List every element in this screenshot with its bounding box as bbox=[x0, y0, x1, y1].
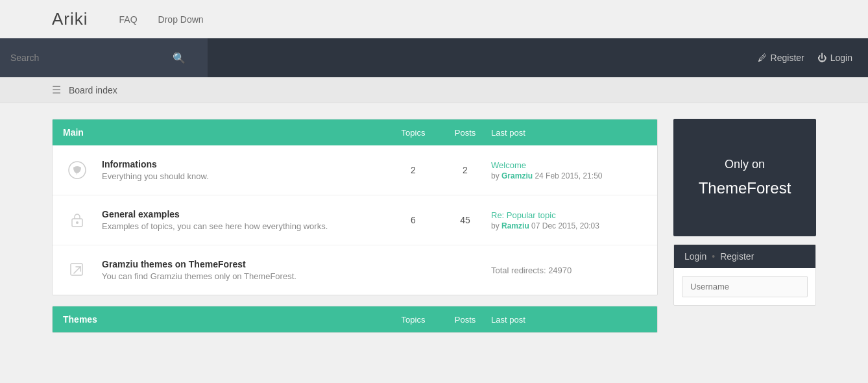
breadcrumb: Board index bbox=[69, 85, 117, 95]
main-section-table: Main Topics Posts Last post Informations… bbox=[52, 119, 658, 295]
last-post-author[interactable]: Ramziu bbox=[501, 221, 529, 230]
topics-col-header: Topics bbox=[387, 128, 439, 138]
breadcrumb-bar: ☰ Board index bbox=[0, 77, 868, 103]
sidebar-login-body bbox=[674, 268, 815, 305]
hamburger-icon[interactable]: ☰ bbox=[52, 84, 61, 96]
forum-icon-lock bbox=[63, 206, 91, 234]
forum-icon-chat bbox=[63, 156, 91, 184]
themes-last-col: Last post bbox=[491, 315, 647, 325]
last-post-meta: by Gramziu 24 Feb 2015, 21:50 bbox=[491, 171, 647, 180]
site-logo: Ariki bbox=[52, 9, 88, 29]
search-icon: 🔍 bbox=[173, 52, 186, 64]
promo-line2: ThemeForest bbox=[686, 179, 803, 197]
sidebar-login-link[interactable]: Login bbox=[684, 251, 706, 262]
topics-count: 6 bbox=[387, 215, 439, 225]
forum-section: Main Topics Posts Last post Informations… bbox=[52, 119, 658, 343]
last-post-cell: Re: Popular topic by Ramziu 07 Dec 2015,… bbox=[491, 210, 647, 230]
nav-link-dropdown[interactable]: Drop Down bbox=[158, 14, 204, 25]
forum-desc: You can find Gramziu themes only on Them… bbox=[102, 271, 387, 281]
forum-title[interactable]: General examples bbox=[102, 209, 387, 219]
power-icon: ⏻ bbox=[817, 53, 826, 63]
themes-posts-col: Posts bbox=[439, 315, 491, 325]
username-field[interactable] bbox=[682, 276, 808, 297]
themes-section-title: Themes bbox=[63, 314, 387, 325]
last-post-link[interactable]: Re: Popular topic bbox=[491, 210, 556, 220]
sidebar: Only on ThemeForest Login • Register bbox=[673, 119, 816, 306]
main-section-header: Main Topics Posts Last post bbox=[53, 119, 657, 145]
table-row: General examples Examples of topics, you… bbox=[53, 195, 657, 245]
forum-title[interactable]: Informations bbox=[102, 159, 387, 169]
forum-title[interactable]: Gramziu themes on ThemeForest bbox=[102, 259, 387, 269]
login-button[interactable]: ⏻ Login bbox=[817, 53, 852, 63]
last-post-link[interactable]: Welcome bbox=[491, 160, 526, 170]
svg-point-2 bbox=[76, 221, 78, 224]
register-icon: 🖉 bbox=[758, 53, 767, 63]
content-area: Main Topics Posts Last post Informations… bbox=[0, 103, 868, 359]
last-post-cell: Welcome by Gramziu 24 Feb 2015, 21:50 bbox=[491, 160, 647, 180]
sidebar-login-header: Login • Register bbox=[674, 245, 815, 268]
main-section-title: Main bbox=[63, 127, 387, 138]
search-wrapper: 🔍 bbox=[0, 38, 208, 77]
forum-info: Gramziu themes on ThemeForest You can fi… bbox=[102, 259, 387, 281]
forum-info: General examples Examples of topics, you… bbox=[102, 209, 387, 231]
auth-buttons: 🖉 Register ⏻ Login bbox=[742, 38, 868, 77]
posts-count: 45 bbox=[439, 215, 491, 225]
posts-col-header: Posts bbox=[439, 128, 491, 138]
top-nav: Ariki FAQ Drop Down bbox=[0, 0, 868, 38]
table-row: Informations Everything you should know.… bbox=[53, 145, 657, 195]
search-input[interactable] bbox=[10, 38, 161, 77]
forum-icon-redirect bbox=[63, 256, 91, 284]
forum-info: Informations Everything you should know. bbox=[102, 159, 387, 181]
last-post-meta: by Ramziu 07 Dec 2015, 20:03 bbox=[491, 221, 647, 230]
redirect-cell: Total redirects: 24970 bbox=[491, 266, 647, 275]
last-post-col-header: Last post bbox=[491, 128, 647, 138]
last-post-author[interactable]: Gramziu bbox=[501, 171, 533, 180]
forum-desc: Examples of topics, you can see here how… bbox=[102, 221, 387, 231]
table-row: Gramziu themes on ThemeForest You can fi… bbox=[53, 245, 657, 295]
posts-count: 2 bbox=[439, 165, 491, 175]
forum-desc: Everything you should know. bbox=[102, 171, 387, 181]
sidebar-promo: Only on ThemeForest bbox=[673, 119, 816, 236]
sidebar-register-link[interactable]: Register bbox=[720, 251, 754, 262]
themes-topics-col: Topics bbox=[387, 315, 439, 325]
nav-link-faq[interactable]: FAQ bbox=[119, 14, 138, 25]
redirect-text: Total redirects: 24970 bbox=[491, 266, 572, 275]
sidebar-login: Login • Register bbox=[673, 244, 816, 306]
themes-section-table: Themes Topics Posts Last post bbox=[52, 306, 658, 333]
search-button[interactable]: 🔍 bbox=[161, 52, 197, 64]
promo-line1: Only on bbox=[686, 158, 803, 171]
topics-count: 2 bbox=[387, 165, 439, 175]
themes-section-header: Themes Topics Posts Last post bbox=[53, 306, 657, 332]
separator: • bbox=[712, 251, 715, 262]
search-bar: 🔍 🖉 Register ⏻ Login bbox=[0, 38, 868, 77]
register-button[interactable]: 🖉 Register bbox=[758, 53, 804, 63]
